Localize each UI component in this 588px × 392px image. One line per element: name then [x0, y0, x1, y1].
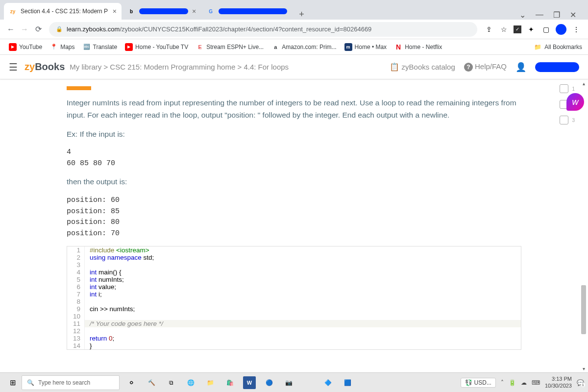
code-line[interactable]: 3 [67, 261, 521, 269]
window-dropdown-icon[interactable]: ⌄ [519, 10, 526, 20]
star-icon[interactable]: ☆ [499, 24, 509, 34]
bookmark-youtube[interactable]: ▶YouTube [6, 41, 45, 53]
code-line[interactable]: 5 int numInts; [67, 276, 521, 283]
tab-close-icon[interactable]: × [192, 7, 196, 15]
forward-button[interactable]: → [18, 23, 31, 36]
code-text[interactable]: int numInts; [85, 276, 521, 283]
redacted-username [535, 62, 579, 72]
word-icon[interactable]: W [243, 376, 256, 389]
bookmark-max[interactable]: mHome • Max [342, 41, 390, 53]
code-text[interactable]: return 0; [85, 335, 521, 342]
page-content: Integer numInts is read from input repre… [0, 79, 588, 372]
catalog-link[interactable]: 📋 zyBooks catalog [390, 62, 455, 72]
notifications-icon[interactable]: 💬1 [577, 379, 584, 386]
app-icon[interactable]: 🔷 [321, 376, 334, 389]
bookmark-maps[interactable]: 📍Maps [47, 41, 77, 53]
code-text[interactable]: int value; [85, 283, 521, 291]
youtube-icon: ▶ [9, 43, 17, 51]
bookmark-yttv[interactable]: ▶Home - YouTube TV [122, 41, 191, 53]
back-button[interactable]: ← [4, 23, 18, 36]
extension-check-icon[interactable]: ✓ [514, 25, 521, 33]
breadcrumb[interactable]: My library > CSC 215: Modern Programming… [70, 63, 289, 71]
code-text[interactable] [85, 261, 521, 269]
code-text[interactable]: int main() { [85, 269, 521, 276]
code-text[interactable]: int i; [85, 291, 521, 298]
battery-icon[interactable]: 🔋 [509, 379, 516, 386]
url-input[interactable]: 🔒 learn.zybooks.com/zybook/CUNYCSC215Kof… [49, 22, 477, 37]
share-icon[interactable]: ⇪ [484, 24, 494, 34]
all-bookmarks-button[interactable]: 📁All Bookmarks [534, 44, 582, 50]
scroll-thumb[interactable] [581, 285, 586, 334]
browser-tab-2[interactable]: b × [122, 3, 201, 20]
zybooks-logo[interactable]: zyBooks [24, 61, 65, 73]
code-line[interactable]: 10 [67, 313, 521, 320]
puzzle-icon[interactable]: ✦ [526, 24, 536, 34]
code-text[interactable] [85, 313, 521, 320]
code-line[interactable]: 9 cin >> numInts; [67, 305, 521, 313]
code-text[interactable]: cin >> numInts; [85, 305, 521, 313]
code-line[interactable]: 1#include <iostream> [67, 246, 521, 254]
maximize-icon[interactable]: ❐ [553, 10, 560, 20]
menu-dots-icon[interactable]: ⋮ [571, 24, 581, 34]
explorer-icon[interactable]: 📁 [204, 376, 217, 389]
code-line[interactable]: 4int main() { [67, 269, 521, 276]
camera-icon[interactable]: 📷 [282, 376, 295, 389]
tray-chevron-icon[interactable]: ˄ [501, 379, 504, 386]
line-number: 12 [67, 327, 85, 335]
task-view-icon[interactable]: ⧉ [165, 376, 177, 389]
start-button[interactable]: ⊞ [4, 373, 22, 392]
code-text[interactable]: } [85, 342, 521, 349]
window-controls: ⌄ — ❐ ✕ [512, 10, 584, 20]
code-line[interactable]: 2using namespace std; [67, 254, 521, 261]
app-hammer-icon[interactable]: 🔨 [145, 376, 158, 389]
taskbar-search[interactable]: 🔍 Type here to search [22, 375, 120, 390]
code-text[interactable]: #include <iostream> [85, 246, 521, 254]
code-text[interactable]: /* Your code goes here */ [85, 320, 521, 327]
code-line[interactable]: 6 int value; [67, 283, 521, 291]
code-editor[interactable]: 1#include <iostream>2using namespace std… [67, 246, 521, 350]
profile-avatar[interactable] [556, 24, 566, 35]
reload-button[interactable]: ⟳ [31, 23, 45, 36]
input-icon[interactable]: ⌨ [532, 379, 540, 386]
then-label: then the output is: [59, 176, 529, 188]
close-window-icon[interactable]: ✕ [570, 10, 576, 20]
code-line[interactable]: 13 return 0; [67, 335, 521, 342]
wifi-icon[interactable]: ☁ [521, 379, 527, 386]
bookmark-translate[interactable]: 🔤Translate [80, 41, 121, 53]
help-link[interactable]: ? Help/FAQ [464, 62, 507, 72]
square-icon[interactable]: ▢ [541, 24, 551, 34]
code-line[interactable]: 14} [67, 342, 521, 349]
hamburger-menu-icon[interactable]: ☰ [9, 61, 18, 73]
scrollbar-vertical[interactable]: ▴ ▾ [580, 79, 587, 372]
bookmark-espn[interactable]: EStream ESPN+ Live... [193, 41, 267, 53]
code-line[interactable]: 8 [67, 298, 521, 305]
step-checkbox-3[interactable]: 3 [560, 116, 568, 124]
bookmark-netflix[interactable]: NHome - Netflix [392, 41, 445, 53]
user-icon[interactable]: 👤 [515, 62, 526, 73]
cortana-icon[interactable]: ⭘ [125, 376, 138, 389]
bookmark-amazon[interactable]: aAmazon.com: Prim... [269, 41, 339, 53]
maps-icon: 📍 [50, 43, 58, 51]
code-line[interactable]: 12 [67, 327, 521, 335]
code-line[interactable]: 11 /* Your code goes here */ [67, 320, 521, 327]
taskbar-clock[interactable]: 3:13 PM 10/30/2023 [545, 376, 572, 389]
minimize-icon[interactable]: — [536, 10, 543, 20]
scroll-up-icon[interactable]: ▴ [580, 79, 587, 87]
app-icon-2[interactable]: 🟦 [341, 376, 354, 389]
scroll-down-icon[interactable]: ▾ [580, 365, 587, 372]
chrome-icon[interactable]: 🔵 [263, 376, 275, 389]
browser-tab-3[interactable]: G [202, 3, 292, 20]
line-number: 11 [67, 320, 85, 327]
browser-tab-active[interactable]: zy Section 4.4 - CSC 215: Modern P × [4, 3, 122, 20]
line-number: 8 [67, 298, 85, 305]
code-text[interactable]: using namespace std; [85, 254, 521, 261]
new-tab-button[interactable]: + [293, 9, 310, 20]
code-text[interactable] [85, 298, 521, 305]
code-text[interactable] [85, 327, 521, 335]
store-icon[interactable]: 🛍️ [223, 376, 236, 389]
code-line[interactable]: 7 int i; [67, 291, 521, 298]
tab-close-icon[interactable]: × [113, 7, 117, 15]
currency-widget[interactable]: 💱USD... [461, 378, 496, 388]
step-checkbox-1[interactable]: 1 [560, 84, 568, 93]
edge-icon[interactable]: 🌐 [184, 376, 197, 389]
